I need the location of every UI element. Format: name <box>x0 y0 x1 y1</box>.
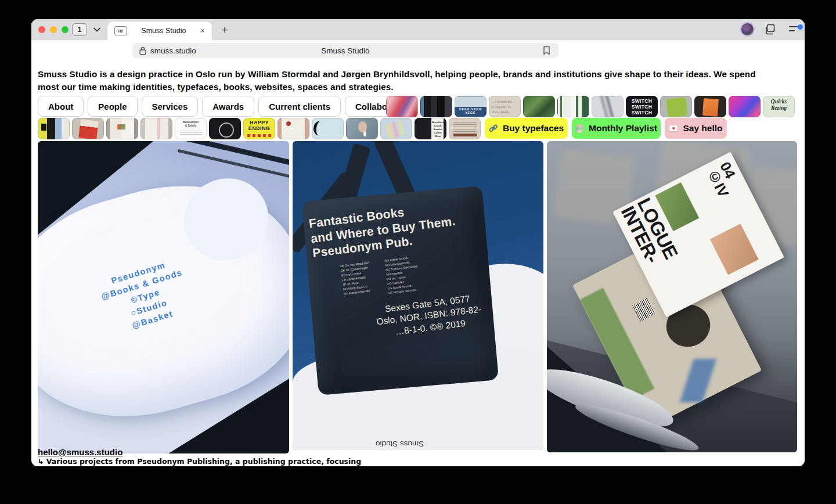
project-image-tote-bag[interactable]: Fantastic Books and Where to Buy Them. P… <box>293 141 543 450</box>
image-caption: ↳ Various projects from Pseudonym Publis… <box>38 457 361 466</box>
url-text[interactable]: smuss.studio <box>150 46 196 55</box>
thumbnail-pink-cards[interactable] <box>386 96 418 117</box>
nav-services-button[interactable]: Services <box>142 96 199 117</box>
thumbnail-text: VEGG VEGG VEGG <box>455 107 486 114</box>
thumbnail-orange-book[interactable] <box>694 96 726 117</box>
say-hello-label: Say hello <box>683 123 722 134</box>
thumbnail-red-cookbook[interactable] <box>72 118 104 139</box>
say-hello-button[interactable]: ♥ Say hello <box>665 118 727 139</box>
lock-icon <box>139 46 146 55</box>
thumbnail-moss-green[interactable] <box>523 96 555 117</box>
site-favicon: Hi! <box>114 26 127 35</box>
wiper-blade <box>145 141 289 167</box>
menu-icon[interactable] <box>789 24 803 35</box>
thumbnail-dark-posters[interactable] <box>420 96 452 117</box>
wiper-arm <box>177 149 289 180</box>
thumbnail-vegg-building[interactable]: VEGG VEGG VEGG <box>455 96 487 117</box>
chevron-down-icon[interactable] <box>91 24 103 35</box>
nav-row: About People Services Awards Current cli… <box>38 96 423 117</box>
thumbnail-pink-book-spread[interactable] <box>140 118 172 139</box>
thumbnail-text: Butenschøn & Scholz <box>175 121 206 128</box>
thumbnail-green-magazine-spread[interactable] <box>557 96 589 117</box>
thumbnail-yellow-black-spread[interactable] <box>38 118 70 139</box>
nav-current-clients-button[interactable]: Current clients <box>258 96 341 117</box>
thumbnail-butenschon-letterhead[interactable]: Butenschøn & Scholz <box>175 118 207 139</box>
thumbnail-switch-poster[interactable]: SWITCH SWITCH SWITCH <box>626 96 658 117</box>
tote-print: Fantastic Books and Where to Buy Them. P… <box>308 190 538 347</box>
buy-typefaces-button[interactable]: Buy typefaces <box>485 118 568 139</box>
thumbnail-text: …k & Italic Sa… c, Regular, R… dium, Med… <box>492 99 515 114</box>
thumbnail-text: Quicks Rezing <box>763 99 794 111</box>
nav-about-button[interactable]: About <box>38 96 84 117</box>
nav-awards-button[interactable]: Awards <box>202 96 254 117</box>
project-image-magazine[interactable]: INTER- LOGUE ©IV 04 <box>547 141 797 452</box>
bookmark-icon[interactable] <box>543 46 550 55</box>
buy-typefaces-label: Buy typefaces <box>503 123 564 134</box>
browser-window: 1 Hi! Smuss Studio × + smuss.studio Sm <box>31 19 805 466</box>
thumbnail-happy-ending-poster[interactable]: HAPPY ENDING <box>243 118 275 139</box>
zoom-window-button[interactable] <box>62 26 69 33</box>
thumbnail-text: Breakfast Lunch Snacks Coffee Wine <box>432 121 444 138</box>
barcode <box>632 298 655 322</box>
thumbnail-beige-document[interactable] <box>449 118 481 139</box>
tote-stockists-left: DE Do You Read Me? DK 0fr. Copenhagen ES… <box>340 260 373 301</box>
thumbnail-dark-clock[interactable] <box>209 118 241 139</box>
intro-text: Smuss Studio is a design practice in Osl… <box>38 68 774 93</box>
side-panel-icon[interactable] <box>765 24 777 35</box>
cd-icon <box>575 124 584 133</box>
link-icon <box>489 124 498 133</box>
tab-title: Smuss Studio <box>127 27 200 35</box>
thumbnail-blue-print-layout[interactable] <box>312 118 344 139</box>
project-image-tshirt[interactable]: Pseudonym @Books & Goods ©Type ○Studio @… <box>38 141 289 453</box>
thumbnail-newspaper[interactable] <box>278 118 309 139</box>
thumbnail-quicks-rezing[interactable]: Quicks Rezing <box>763 96 795 117</box>
monthly-playlist-label: Monthly Playlist <box>589 123 657 134</box>
browser-toolbar: smuss.studio Smuss Studio <box>31 40 805 61</box>
thumbnail-type-specimen[interactable]: …k & Italic Sa… c, Regular, R… dium, Med… <box>489 96 521 117</box>
thumbnail-gradient-book[interactable] <box>729 96 761 117</box>
thumbnail-open-photo-book[interactable] <box>106 118 138 139</box>
thumbnail-text: HAPPY ENDING <box>244 120 275 132</box>
minimize-window-button[interactable] <box>50 26 57 33</box>
address-bar[interactable]: smuss.studio Smuss Studio <box>132 43 558 58</box>
new-tab-button[interactable]: + <box>216 22 233 38</box>
tab-counter-button[interactable]: 1 <box>72 23 87 36</box>
close-window-button[interactable] <box>38 26 45 33</box>
tab-smuss-studio[interactable]: Hi! Smuss Studio × <box>107 21 212 40</box>
love-letter-icon: ♥ <box>669 125 678 132</box>
thumbnail-bottles[interactable] <box>380 118 412 139</box>
nav-people-button[interactable]: People <box>88 96 137 117</box>
tab-close-icon[interactable]: × <box>200 26 205 35</box>
thumbnail-person-flower[interactable] <box>346 118 378 139</box>
profile-avatar[interactable] <box>740 22 755 37</box>
thumbnail-text: SWITCH SWITCH SWITCH <box>626 98 657 116</box>
email-link[interactable]: hello@smuss.studio <box>38 447 122 457</box>
address-page-title: Smuss Studio <box>132 43 558 58</box>
notification-dot <box>798 24 803 30</box>
upside-down-smuss-studio-text: Smuss Studio <box>376 440 424 448</box>
tote-stockists-right: NO Atelier NOUA NO Litteraturhuset NO Tr… <box>384 255 421 296</box>
monthly-playlist-button[interactable]: Monthly Playlist <box>572 118 661 139</box>
thumbnail-menu-card[interactable]: Breakfast Lunch Snacks Coffee Wine <box>415 118 446 139</box>
page-content: Smuss Studio is a design practice in Osl… <box>31 61 805 466</box>
tab-strip: 1 Hi! Smuss Studio × + <box>31 19 805 40</box>
thumbnail-green-board[interactable] <box>660 96 692 117</box>
thumbnail-hand-bottle[interactable] <box>592 96 624 117</box>
